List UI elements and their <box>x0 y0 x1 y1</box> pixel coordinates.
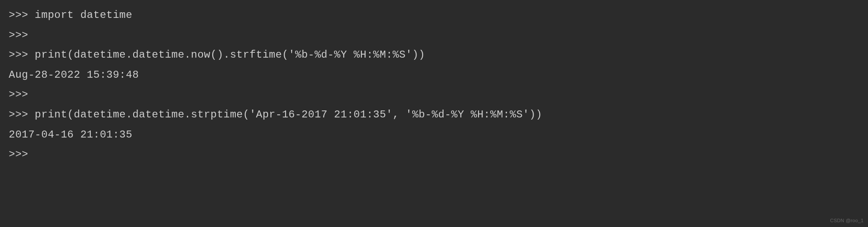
terminal-line: >>> print(datetime.datetime.strptime('Ap… <box>9 105 859 125</box>
watermark-text: CSDN @roo_1 <box>830 216 864 225</box>
terminal-line: >>> print(datetime.datetime.now().strfti… <box>9 45 859 65</box>
terminal-line: >>> import datetime <box>9 5 859 25</box>
terminal-line: Aug-28-2022 15:39:48 <box>9 65 859 85</box>
terminal-line: >>> <box>9 85 859 105</box>
terminal-output: >>> import datetime >>> >>> print(dateti… <box>9 5 859 165</box>
terminal-line: 2017-04-16 21:01:35 <box>9 125 859 145</box>
terminal-line: >>> <box>9 144 859 165</box>
terminal-line: >>> <box>9 25 859 45</box>
